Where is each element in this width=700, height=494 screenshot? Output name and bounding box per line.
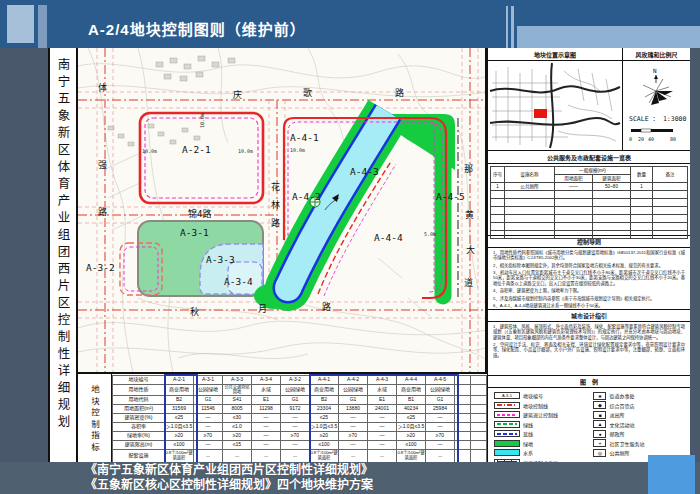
legend-item: ▲文化活动站 — [593, 420, 688, 430]
header-decor-block-right — [517, 26, 700, 48]
indicator-cell: — — [281, 414, 310, 423]
indicator-cell: — — [252, 423, 281, 432]
legend-label: 绿地 — [523, 440, 533, 447]
services-cell-empty — [631, 215, 653, 223]
legend-swatch-line-red — [494, 402, 520, 409]
indicator-cell: A-3-4 — [252, 376, 281, 385]
indicator-cell: — — [281, 450, 310, 463]
legend-item: 绿线 — [494, 420, 593, 430]
scale-tick-40: 40 — [648, 136, 654, 142]
scale-tick-80: 80 — [670, 136, 676, 142]
services-cell-empty — [653, 199, 688, 207]
footer-line-1: 《南宁五象新区体育产业组团西片区控制性详细规划》 — [85, 463, 700, 478]
indicator-cell: — — [194, 450, 223, 463]
indicator-cell-empty — [455, 414, 471, 423]
indicator-cell: — — [426, 450, 455, 463]
indicator-cell-empty — [455, 450, 471, 463]
road-label-qingge-1: 庆 — [233, 89, 242, 100]
indicator-cell: — — [252, 414, 281, 423]
legend-item: +社区卫生服务站 — [593, 439, 688, 449]
windrose-scale: N SCALE ： 1:3000 0 20 40 80 — [623, 61, 690, 150]
indicator-cell: — — [426, 414, 455, 423]
indicator-cell: 0.8个/100m²建筑面积 — [397, 450, 426, 463]
indicator-cell-empty — [471, 441, 487, 450]
road-label-nahuang-1: 那 — [464, 164, 473, 174]
legend-label: 邮政所 — [609, 430, 624, 437]
legend-item: ●邮政所 — [593, 429, 688, 439]
indicator-cell: 公共交通场站用地 — [223, 385, 252, 396]
legend-swatch-line-green — [494, 421, 520, 428]
indicator-cell: 13880 — [339, 405, 368, 414]
indicator-cell: 公园绿地 — [194, 385, 223, 396]
indicator-cell: ≥20 — [165, 432, 194, 441]
indicator-cell-empty — [455, 376, 471, 385]
control-guideline-item: 1、用地性质代码参照国标《城市用地分类与规划建设用地标准》GB50137-201… — [493, 250, 685, 261]
indicator-cell: ＞1.0且≤3.5 — [310, 423, 339, 432]
legend-title: 图 例 — [488, 376, 690, 388]
dim-label-2: 10.0m — [238, 148, 253, 154]
indicator-cell: A-3-2 — [281, 376, 310, 385]
map-canvas: A-2-1 A-3-1 A-3-2 A-3-3 A-3-4 A-4-1 A-4-… — [78, 48, 487, 372]
page-title: A-2/4地块控制图则（维护前） — [88, 18, 306, 39]
indicator-cell: 31569 — [165, 405, 194, 414]
indicator-cell: 8005 — [223, 405, 252, 414]
footer-blue-tag — [648, 455, 695, 494]
dim-label-3: 10.0m — [290, 147, 305, 153]
indicator-cell-empty — [471, 396, 487, 405]
services-cell-empty — [504, 207, 554, 215]
indicator-cell: 11298 — [252, 405, 281, 414]
services-cell-empty — [554, 223, 592, 231]
indicator-cell: G1 — [281, 396, 310, 405]
footer-line-2: 《五象新区核心区控制性详细规划》四个地块维护方案 — [85, 478, 700, 493]
legend-facility-icon: + — [593, 439, 606, 447]
parcel-label-a33: A-3-3 — [206, 254, 235, 265]
urban-design-text: 1、建筑形体、风格、屋顶形式、外立面色彩及装饰、绿化、配套设施等要素须符合建筑风… — [488, 322, 690, 376]
services-cell-empty — [554, 207, 592, 215]
legend-label: 社区卫生服务站 — [609, 440, 644, 447]
indicator-cell: B2 — [310, 396, 339, 405]
indicator-cell: 0.8个/100m²建筑面积 — [310, 450, 339, 463]
indicator-cell: A-3-3 — [223, 376, 252, 385]
indicator-cell: ≤100 — [397, 441, 426, 450]
indicator-cell: ≤100 — [310, 441, 339, 450]
services-cell-empty — [554, 199, 592, 207]
indicator-table-caption: 地块控制指标 — [78, 374, 112, 464]
indicator-cell: E1 — [368, 396, 397, 405]
services-cell: —— — [554, 183, 592, 191]
indicator-cell: — — [368, 423, 397, 432]
header-decor-line-2 — [511, 6, 514, 48]
indicator-cell: ≥70 — [426, 432, 455, 441]
indicator-cell: 公园绿地 — [281, 385, 310, 396]
indicator-cell: ＞1.0且≤3.5 — [397, 423, 426, 432]
indicator-cell-empty — [471, 405, 487, 414]
legend-facility-icon: ▲ — [593, 420, 606, 428]
parcel-label-a45: A-4-5 — [436, 191, 465, 202]
services-cell-empty — [554, 191, 592, 199]
legend-item: 建筑退让控制线 — [494, 410, 593, 420]
legend-swatch-line-magenta — [494, 411, 520, 418]
indicator-cell: G1 — [194, 396, 223, 405]
road-label-qiuyue-2: 月 — [258, 304, 267, 314]
services-header-cell: 备注 — [653, 167, 688, 183]
indicator-cell: 商业用地 — [310, 385, 339, 396]
indicator-cell: A-4-5 — [426, 376, 455, 385]
indicator-cell: — — [281, 441, 310, 450]
indicator-cell: — — [368, 441, 397, 450]
indicator-cell: ≤1.0 — [223, 423, 252, 432]
legend-facility-icon: ★ — [593, 392, 606, 400]
control-guideline-item: 3、机动车出入口位置宜距离城市主干道交叉口红线不小于80米，距离城市次干道交叉口… — [493, 270, 685, 286]
legend-swatch-line-blue — [494, 430, 520, 437]
indicator-cell: — — [368, 414, 397, 423]
indicator-cell: A-4-3 — [368, 376, 397, 385]
header-decor-line-1 — [506, 6, 508, 48]
footer-bar: 《南宁五象新区体育产业组团西片区控制性详细规划》 《五象新区核心区控制性详细规划… — [0, 462, 700, 494]
parcel-label-a41: A-4-1 — [290, 132, 319, 143]
dim-label-5: 5.0m — [424, 231, 436, 237]
legend-label: 街道办事处 — [609, 392, 634, 399]
services-cell-empty — [592, 191, 630, 199]
indicator-cell: 商业用地 — [397, 385, 426, 396]
indicator-cell-empty — [471, 450, 487, 463]
services-cell-empty — [592, 207, 630, 215]
services-cell: 50~80 — [592, 183, 630, 191]
road-label-nahuang-4: 道 — [464, 277, 473, 288]
